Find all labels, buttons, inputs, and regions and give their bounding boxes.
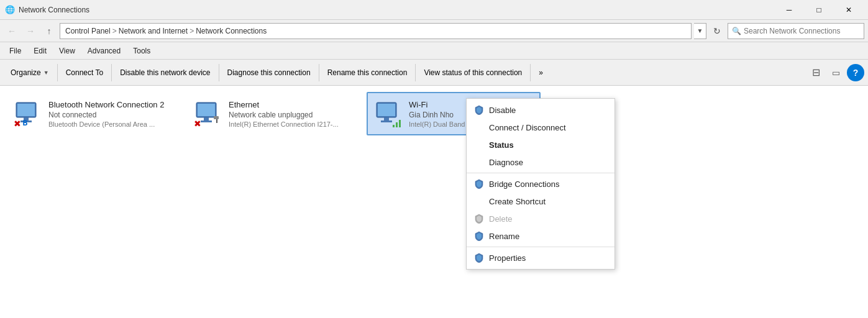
connection-type-ethernet: Intel(R) Ethernet Connection I217-... <box>229 120 339 128</box>
svg-rect-13 <box>381 120 392 122</box>
ctx-disable[interactable]: Disable <box>467 101 614 119</box>
view-status-label: View status of this connection <box>424 68 522 77</box>
ctx-disable-label: Disable <box>489 106 516 115</box>
address-path[interactable]: Control Panel > Network and Internet > N… <box>60 23 692 39</box>
ctx-delete: Delete <box>467 210 614 227</box>
ctx-connect-disconnect-label: Connect / Disconnect <box>489 123 566 132</box>
svg-rect-1 <box>17 104 35 116</box>
error-badge-bluetooth: ✖ <box>14 119 21 129</box>
connection-status-bluetooth: Not connected <box>48 111 164 119</box>
connection-icon-wrapper-ethernet: ✖ <box>194 99 224 129</box>
svg-rect-14 <box>393 125 395 127</box>
menu-tools[interactable]: Tools <box>127 44 156 58</box>
organize-dropdown-arrow: ▼ <box>43 70 49 76</box>
connection-type-bluetooth: Bluetooth Device (Personal Area ... <box>48 120 164 128</box>
breadcrumb-network-internet[interactable]: Network and Internet <box>119 27 188 35</box>
context-menu: Disable Connect / Disconnect Status Diag… <box>466 98 615 270</box>
svg-rect-9 <box>216 119 217 123</box>
connect-to-button[interactable]: Connect To <box>59 63 111 83</box>
toolbar: Organize ▼ Connect To Disable this netwo… <box>0 60 868 86</box>
ctx-connect-disconnect[interactable]: Connect / Disconnect <box>467 119 614 136</box>
toolbar-sep-2 <box>111 64 112 81</box>
organize-label: Organize <box>11 68 41 77</box>
connection-status-ethernet: Network cable unplugged <box>229 111 339 119</box>
ctx-status-label: Status <box>489 140 514 150</box>
ctx-rename[interactable]: Rename <box>467 227 614 245</box>
refresh-button[interactable]: ↻ <box>709 23 725 39</box>
svg-rect-6 <box>204 117 209 120</box>
forward-button[interactable]: → <box>22 23 39 39</box>
menu-advanced[interactable]: Advanced <box>82 44 126 58</box>
breadcrumb-control-panel[interactable]: Control Panel <box>65 27 111 35</box>
svg-rect-8 <box>214 116 219 119</box>
svg-rect-15 <box>396 122 398 127</box>
connect-to-label: Connect To <box>66 68 104 77</box>
connections-grid: ✖ ʙ Bluetooth Network Connection 2 Not c… <box>0 86 868 318</box>
window-icon: 🌐 <box>5 5 15 15</box>
search-box[interactable]: 🔍 <box>728 23 864 39</box>
list-item[interactable]: ✖ ʙ Bluetooth Network Connection 2 Not c… <box>6 92 180 135</box>
ctx-properties-label: Properties <box>489 253 526 263</box>
menu-view[interactable]: View <box>53 44 81 58</box>
ctx-shortcut-label: Create Shortcut <box>489 197 546 206</box>
address-bar: ← → ↑ Control Panel > Network and Intern… <box>0 20 868 42</box>
organize-button[interactable]: Organize ▼ <box>4 63 56 83</box>
content-area: ✖ ʙ Bluetooth Network Connection 2 Not c… <box>0 86 868 318</box>
toolbar-sep-4 <box>319 64 319 81</box>
ctx-bridge[interactable]: Bridge Connections <box>467 175 614 193</box>
diagnose-button[interactable]: Diagnose this connection <box>221 63 318 83</box>
breadcrumb-sep-2: > <box>190 27 194 35</box>
disable-label: Disable this network device <box>120 68 210 77</box>
list-item[interactable]: ✖ Ethernet Network cable unplugged Intel… <box>186 92 360 135</box>
disable-button[interactable]: Disable this network device <box>113 63 217 83</box>
connection-name-ethernet: Ethernet <box>229 100 339 109</box>
bluetooth-badge: ʙ <box>22 117 27 127</box>
svg-rect-7 <box>201 120 212 122</box>
toolbar-right: ⊟ ▭ ? <box>807 64 864 81</box>
minimize-button[interactable]: ─ <box>775 0 803 20</box>
svg-rect-12 <box>384 117 389 120</box>
ctx-delete-label: Delete <box>489 214 513 224</box>
ctx-bridge-label: Bridge Connections <box>489 179 559 189</box>
toolbar-sep-1 <box>57 64 58 81</box>
address-dropdown-button[interactable]: ▼ <box>694 23 706 39</box>
title-bar: 🌐 Network Connections ─ □ ✕ <box>0 0 868 20</box>
search-input[interactable] <box>744 27 860 35</box>
view-status-button[interactable]: View status of this connection <box>417 63 529 83</box>
menu-file[interactable]: File <box>4 44 27 58</box>
title-bar-controls: ─ □ ✕ <box>775 0 863 20</box>
rename-button[interactable]: Rename this connection <box>321 63 414 83</box>
connection-name-bluetooth: Bluetooth Network Connection 2 <box>48 100 164 109</box>
diagnose-label: Diagnose this connection <box>227 68 311 77</box>
menu-bar: File Edit View Advanced Tools <box>0 42 868 60</box>
breadcrumb-network-connections: Network Connections <box>196 27 267 35</box>
toolbar-sep-5 <box>415 64 416 81</box>
ctx-sep-2 <box>467 247 614 247</box>
ctx-shortcut[interactable]: Create Shortcut <box>467 193 614 210</box>
view-options-button[interactable]: ⊟ <box>807 64 825 81</box>
toolbar-sep-6 <box>530 64 531 81</box>
svg-rect-5 <box>198 104 215 116</box>
connection-icon-wrapper-bluetooth: ✖ ʙ <box>14 99 43 129</box>
shield-icon-rename <box>474 231 484 241</box>
ctx-status[interactable]: Status <box>467 136 614 153</box>
more-button[interactable]: » <box>532 63 550 83</box>
connection-info-bluetooth: Bluetooth Network Connection 2 Not conne… <box>48 100 164 128</box>
close-button[interactable]: ✕ <box>834 0 863 20</box>
back-button[interactable]: ← <box>4 23 20 39</box>
ctx-properties[interactable]: Properties <box>467 249 614 266</box>
svg-rect-16 <box>399 120 401 127</box>
layout-button[interactable]: ▭ <box>827 64 844 81</box>
svg-rect-11 <box>378 104 395 116</box>
connection-icon-wrapper-wifi <box>374 99 404 129</box>
more-label: » <box>539 68 543 77</box>
up-button[interactable]: ↑ <box>41 23 57 39</box>
ctx-sep-1 <box>467 173 614 173</box>
ctx-rename-label: Rename <box>489 232 519 241</box>
shield-icon <box>474 105 484 115</box>
ctx-diagnose[interactable]: Diagnose <box>467 153 614 171</box>
help-button[interactable]: ? <box>847 64 864 81</box>
window-title: Network Connections <box>19 6 775 14</box>
menu-edit[interactable]: Edit <box>28 44 52 58</box>
maximize-button[interactable]: □ <box>805 0 833 20</box>
